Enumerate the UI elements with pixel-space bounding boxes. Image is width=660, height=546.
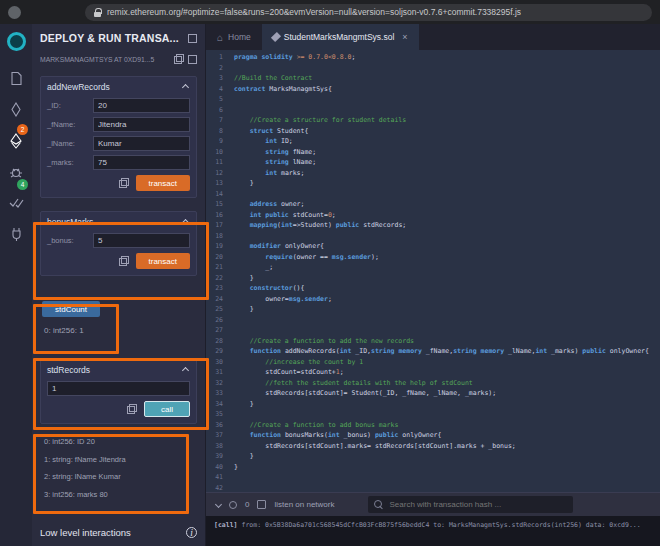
panel-header: DEPLOY & RUN TRANSA... [40,32,197,44]
param-label: _fName: [47,120,93,129]
function-section-addnewrecords: addNewRecords _ID: _fName: _lName: _mark… [40,76,197,198]
file-explorer-icon[interactable] [0,63,32,94]
param-marks-input[interactable] [93,155,190,170]
url-text[interactable]: remix.ethereum.org/#optimize=false&runs=… [107,7,521,17]
chevron-up-icon[interactable] [182,218,189,225]
editor-column: ⌂ Home StudentMarksMangmtSys.sol × 12345… [206,24,660,546]
result-item: 3: int256: marks 80 [44,490,197,499]
param-row [47,381,190,396]
deployed-contract-label: MARKSMANAGMTSYS AT 0XD91...5 [40,56,170,63]
param-label: _bonus: [47,236,93,245]
low-level-label: Low level interactions [40,527,131,538]
search-icon [374,500,384,510]
browser-chrome: remix.ethereum.org/#optimize=false&runs=… [0,0,660,24]
transact-button[interactable]: transact [136,175,190,191]
icon-rail: 2 4 [0,24,32,546]
terminal-bar: 0 listen on network [206,492,660,516]
param-row: _bonus: [47,233,190,248]
result-item: 1: string: fName Jitendra [44,455,197,464]
browser-tab-favicon[interactable] [8,6,21,19]
solidity-compiler-icon[interactable] [0,94,32,125]
action-row: transact [47,175,190,191]
param-row: _marks: [47,155,190,170]
app-body: 2 4 DEPLOY & RUN TRANSA... MARKSMANAGMTS… [0,24,660,546]
info-icon[interactable]: i [186,527,197,538]
terminal-log[interactable]: [call]from: 0x5B38Da6a701c568545dCfcB03F… [206,516,660,546]
section-header[interactable]: stdRecords [47,365,190,375]
listen-status-icon [229,501,237,509]
action-row: transact [47,253,190,269]
param-lname-input[interactable] [93,136,190,151]
call-results: 0: int256: ID 20 1: string: fName Jitend… [44,437,197,499]
result-item: 2: string: lName Kumar [44,472,197,481]
section-header[interactable]: bonusMarks [47,217,190,227]
result-item: 0: int256: ID 20 [44,437,197,446]
transaction-search[interactable] [368,496,573,513]
lock-icon [94,8,101,17]
tab-studentmarks-file[interactable]: StudentMarksMangmtSys.sol × [262,24,419,50]
param-row: _ID: [47,98,190,113]
terminal-count-badge: 0 [245,500,249,509]
tab-label: StudentMarksMangmtSys.sol [284,32,395,42]
section-header[interactable]: addNewRecords [47,82,190,92]
line-numbers: 1234567891011121314151617181920212223242… [206,50,228,492]
log-text: from: 0x5B38Da6a701c568545dCfcB03FcB875f… [241,521,640,529]
panel-options-icon[interactable] [188,34,197,43]
function-name-label: stdRecords [47,365,90,375]
compiler-warning-badge: 2 [17,124,28,135]
plugin-manager-icon[interactable] [0,218,32,249]
function-name-label: addNewRecords [47,82,110,92]
address-bar[interactable]: remix.ethereum.org/#optimize=false&runs=… [85,4,652,21]
param-label: _marks: [47,158,93,167]
solidity-file-icon [271,32,281,42]
chevron-up-icon[interactable] [182,366,189,373]
action-row: call [47,401,190,417]
low-level-interactions: Low level interactions i [40,527,197,538]
copy-calldata-icon[interactable] [127,404,137,414]
call-button[interactable]: call [144,401,190,417]
run-count-badge: 4 [17,179,28,190]
tab-home[interactable]: ⌂ Home [206,24,262,50]
function-section-bonusmarks: bonusMarks _bonus: transact [40,211,197,276]
chevron-up-icon[interactable] [182,83,189,90]
param-row: _fName: [47,117,190,132]
stdrecords-key-input[interactable] [47,381,190,396]
listen-network-checkbox[interactable] [257,500,266,509]
home-icon: ⌂ [217,32,223,43]
param-fname-input[interactable] [93,117,190,132]
expand-terminal-icon[interactable] [215,501,222,508]
stdcount-button[interactable]: stdCount [42,301,100,317]
collapse-contract-icon[interactable] [188,55,197,64]
copy-calldata-icon[interactable] [119,178,129,188]
log-call-tag: [call] [214,521,237,529]
param-row: _lName: [47,136,190,151]
function-name-label: bonusMarks [47,217,93,227]
transact-button[interactable]: transact [136,253,190,269]
deployed-contract-row[interactable]: MARKSMANAGMTSYS AT 0XD91...5 [40,54,197,64]
param-id-input[interactable] [93,98,190,113]
code-lines[interactable]: pragma solidity >= 0.7.0<0.8.0; //Build … [228,50,660,492]
copy-calldata-icon[interactable] [119,256,129,266]
transaction-search-input[interactable] [389,500,567,509]
unit-testing-icon[interactable] [0,187,32,218]
remix-logo[interactable] [7,32,26,51]
panel-title: DEPLOY & RUN TRANSA... [40,32,179,44]
copy-icon[interactable] [174,54,184,64]
close-tab-icon[interactable]: × [402,32,407,42]
stdcount-result: 0: int256: 1 [44,326,197,335]
deploy-run-panel: DEPLOY & RUN TRANSA... MARKSMANAGMTSYS A… [32,24,206,546]
editor-tabbar: ⌂ Home StudentMarksMangmtSys.sol × [206,24,660,50]
param-bonus-input[interactable] [93,233,190,248]
param-label: _lName: [47,139,93,148]
tab-label: Home [228,32,251,42]
listen-network-label: listen on network [274,500,334,509]
param-label: _ID: [47,101,93,110]
function-section-stdrecords: stdRecords call [40,359,197,424]
remix-ide-window: remix.ethereum.org/#optimize=false&runs=… [0,0,660,546]
code-editor[interactable]: 1234567891011121314151617181920212223242… [206,50,660,492]
